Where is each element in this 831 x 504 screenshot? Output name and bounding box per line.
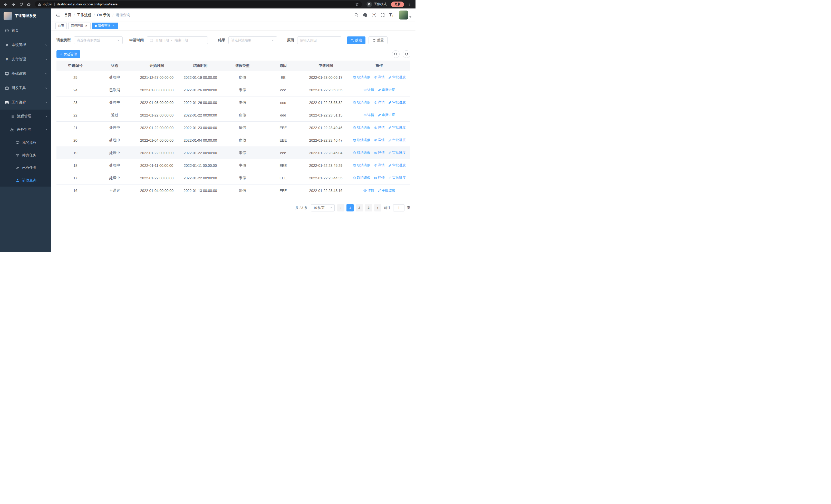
trash-icon (353, 151, 356, 154)
reset-button[interactable]: 重置 (369, 36, 388, 44)
approval-progress-link[interactable]: 审批进度 (388, 125, 406, 130)
detail-link[interactable]: 详情 (374, 163, 385, 168)
font-size-button[interactable]: TT (389, 13, 394, 17)
sidebar-item-label: 首页 (11, 28, 19, 33)
sidebar-item-leave-query[interactable]: 请假查询 (0, 174, 51, 186)
search-button[interactable]: 搜索 (347, 36, 366, 44)
cancel-leave-link[interactable]: 取消请假 (353, 75, 370, 80)
leave-type-select[interactable]: 请选择请假类型 (74, 36, 123, 44)
approval-progress-link[interactable]: 审批进度 (378, 88, 395, 92)
tab-process-detail[interactable]: 流程详情 × (68, 23, 91, 29)
detail-link[interactable]: 详情 (364, 88, 374, 92)
sidebar-item-home[interactable]: 首页 (0, 23, 51, 38)
prev-page-button[interactable]: ‹ (337, 204, 344, 211)
cancel-leave-link[interactable]: 取消请假 (353, 176, 370, 180)
github-link-button[interactable] (363, 13, 368, 18)
toggle-search-button[interactable] (392, 50, 400, 58)
cell-id: 19 (56, 147, 94, 159)
column-header-id: 申请编号 (56, 61, 94, 71)
detail-link[interactable]: 详情 (374, 100, 385, 105)
header-search-button[interactable] (354, 13, 359, 17)
next-page-button[interactable]: › (374, 204, 381, 211)
page-button-2[interactable]: 2 (356, 204, 363, 211)
briefcase-icon (5, 86, 9, 90)
sidebar-item-label: 任务管理 (17, 127, 31, 132)
reason-input[interactable] (300, 38, 339, 42)
sidebar-item-my-processes[interactable]: 我的流程 (0, 136, 51, 149)
browser-menu-button[interactable] (406, 1, 413, 8)
table-row: 24 已取消 2022-01-03 00:00:00 2022-01-26 00… (56, 84, 410, 96)
refresh-table-button[interactable] (403, 50, 410, 58)
sidebar-item-system[interactable]: 系统管理 (0, 38, 51, 52)
page-size-select[interactable]: 10条/页 (311, 204, 335, 211)
create-leave-button[interactable]: + 发起请假 (56, 50, 80, 58)
column-header-reason: 原因 (263, 61, 304, 71)
browser-reload-button[interactable] (18, 1, 25, 8)
user-menu[interactable] (399, 10, 411, 20)
detail-link[interactable]: 详情 (374, 176, 385, 180)
edit-pen-icon (388, 176, 392, 180)
browser-forward-button[interactable] (10, 1, 17, 8)
close-tab-icon[interactable]: × (84, 24, 88, 28)
approval-progress-link[interactable]: 审批进度 (388, 138, 406, 142)
bookmark-star-icon[interactable] (355, 2, 359, 6)
approval-progress-link[interactable]: 审批进度 (378, 113, 395, 117)
breadcrumb-workflow: 工作流程 (77, 13, 91, 18)
breadcrumb-home[interactable]: 首页 (64, 13, 71, 18)
cell-status: 处理中 (94, 147, 135, 159)
browser-toolbar: 不安全 dashboard.yudao.iocoder.cn/bpm/oa/le… (0, 0, 416, 8)
page-button-1[interactable]: 1 (346, 204, 354, 211)
cancel-leave-link[interactable]: 取消请假 (353, 150, 370, 155)
url-text[interactable]: dashboard.yudao.iocoder.cn/bpm/oa/leave (57, 3, 354, 6)
fullscreen-icon (381, 13, 385, 17)
kebab-menu-icon (408, 3, 412, 6)
chevron-down-icon (45, 87, 48, 90)
sidebar-item-workflow[interactable]: 工作流程 (0, 95, 51, 110)
sidebar-item-task-management[interactable]: 任务管理 (0, 123, 51, 136)
tab-home[interactable]: 首页 (55, 23, 67, 29)
sidebar-item-todo-tasks[interactable]: 待办任务 (0, 149, 51, 161)
sidebar-item-infrastructure[interactable]: 基础设施 (0, 66, 51, 81)
cell-apply-time: 2022-01-22 23:46:04 (304, 147, 348, 159)
result-select[interactable]: 请选择流结果 (228, 36, 277, 44)
close-tab-icon[interactable]: × (112, 24, 115, 28)
sidebar-item-process-management[interactable]: 流程管理 (0, 110, 51, 123)
browser-address-bar[interactable]: 不安全 dashboard.yudao.iocoder.cn/bpm/oa/le… (35, 1, 362, 7)
page-button-3[interactable]: 3 (365, 204, 372, 211)
goto-page-input[interactable] (394, 205, 404, 211)
approval-progress-link[interactable]: 审批进度 (378, 188, 395, 193)
app-logo[interactable]: 芋道管理系统 (0, 8, 51, 23)
double-check-icon (16, 166, 20, 170)
fullscreen-button[interactable] (381, 13, 385, 17)
detail-link[interactable]: 详情 (374, 150, 385, 155)
sidebar-item-payment[interactable]: ¥ 支付管理 (0, 52, 51, 66)
detail-link[interactable]: 详情 (364, 113, 374, 117)
cancel-leave-link[interactable]: 取消请假 (353, 125, 370, 130)
browser-back-button[interactable] (2, 1, 9, 8)
approval-progress-link[interactable]: 审批进度 (388, 150, 406, 155)
sidebar-item-done-tasks[interactable]: 已办任务 (0, 161, 51, 174)
detail-link[interactable]: 详情 (374, 138, 385, 142)
browser-home-button[interactable] (25, 1, 32, 8)
security-chip-label[interactable]: 不安全 (43, 2, 52, 6)
detail-link[interactable]: 详情 (364, 188, 374, 193)
detail-link[interactable]: 详情 (374, 125, 385, 130)
cancel-leave-link[interactable]: 取消请假 (353, 100, 370, 105)
cancel-leave-link[interactable]: 取消请假 (353, 163, 370, 168)
plus-icon: + (60, 52, 62, 56)
approval-progress-link[interactable]: 审批进度 (388, 163, 406, 168)
apply-time-range-picker[interactable]: 开始日期 - 结束日期 (147, 36, 208, 44)
collapse-sidebar-button[interactable] (55, 13, 62, 17)
tab-leave-query[interactable]: 请假查询 × (92, 23, 118, 29)
approval-progress-link[interactable]: 审批进度 (388, 75, 406, 80)
help-button[interactable]: ? (372, 13, 376, 17)
sidebar-item-devtools[interactable]: 研发工具 (0, 81, 51, 95)
cancel-leave-link[interactable]: 取消请假 (353, 138, 370, 142)
approval-progress-link[interactable]: 审批进度 (388, 100, 406, 105)
sidebar-item-label: 请假查询 (22, 178, 36, 183)
cell-apply-time: 2022-01-23 00:06:17 (304, 71, 348, 84)
browser-update-button[interactable]: 更新 (391, 2, 404, 7)
approval-progress-link[interactable]: 审批进度 (388, 176, 406, 180)
breadcrumb: 首页 / 工作流程 / OA 示例 / 请假查询 (64, 13, 130, 18)
detail-link[interactable]: 详情 (374, 75, 385, 80)
